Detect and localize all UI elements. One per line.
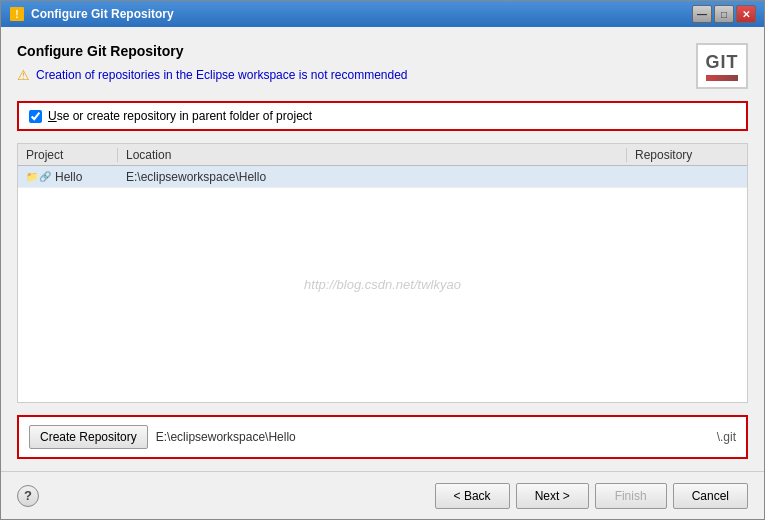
- use-parent-folder-checkbox[interactable]: [29, 110, 42, 123]
- title-bar: ! Configure Git Repository — □ ✕: [1, 1, 764, 27]
- close-button[interactable]: ✕: [736, 5, 756, 23]
- create-repository-section: Create Repository E:\eclipseworkspace\He…: [17, 415, 748, 459]
- col-project: Project: [18, 148, 118, 162]
- warning-icon: ⚠: [17, 67, 30, 83]
- link-icon: 🔗: [39, 171, 51, 182]
- project-cell: 📁 🔗 Hello: [18, 170, 118, 184]
- project-icons: 📁 🔗: [26, 171, 51, 182]
- dialog-content: Configure Git Repository ⚠ Creation of r…: [1, 27, 764, 471]
- warning-text: Creation of repositories in the Eclipse …: [36, 68, 408, 82]
- help-button[interactable]: ?: [17, 485, 39, 507]
- next-button[interactable]: Next >: [516, 483, 589, 509]
- main-window: ! Configure Git Repository — □ ✕ Configu…: [0, 0, 765, 520]
- dialog-title: Configure Git Repository: [17, 43, 696, 59]
- header-section: Configure Git Repository ⚠ Creation of r…: [17, 43, 748, 89]
- table-body: http://blog.csdn.net/twlkyao 📁 🔗 Hello E…: [18, 166, 747, 402]
- maximize-button[interactable]: □: [714, 5, 734, 23]
- minimize-button[interactable]: —: [692, 5, 712, 23]
- git-logo-bar: [706, 75, 738, 81]
- finish-button[interactable]: Finish: [595, 483, 667, 509]
- header-left: Configure Git Repository ⚠ Creation of r…: [17, 43, 696, 83]
- dialog-footer: ? < Back Next > Finish Cancel: [1, 471, 764, 519]
- col-repository: Repository: [627, 148, 747, 162]
- git-logo: GIT: [696, 43, 748, 89]
- repository-path: E:\eclipseworkspace\Hello: [156, 430, 709, 444]
- title-bar-buttons: — □ ✕: [692, 5, 756, 23]
- checkbox-section: Use or create repository in parent folde…: [17, 101, 748, 131]
- folder-icon: 📁: [26, 171, 38, 182]
- git-suffix: \.git: [717, 430, 736, 444]
- projects-table: Project Location Repository http://blog.…: [17, 143, 748, 403]
- window-title: Configure Git Repository: [31, 7, 174, 21]
- checkbox-label: Use or create repository in parent folde…: [48, 109, 312, 123]
- watermark: http://blog.csdn.net/twlkyao: [304, 277, 461, 292]
- table-header: Project Location Repository: [18, 144, 747, 166]
- back-button[interactable]: < Back: [435, 483, 510, 509]
- git-logo-text: GIT: [706, 52, 739, 73]
- cancel-button[interactable]: Cancel: [673, 483, 748, 509]
- svg-text:!: !: [15, 9, 18, 20]
- project-name: Hello: [55, 170, 82, 184]
- window-icon: !: [9, 6, 25, 22]
- warning-row: ⚠ Creation of repositories in the Eclips…: [17, 67, 696, 83]
- table-row[interactable]: 📁 🔗 Hello E:\eclipseworkspace\Hello: [18, 166, 747, 188]
- footer-buttons: < Back Next > Finish Cancel: [435, 483, 748, 509]
- col-location: Location: [118, 148, 627, 162]
- location-cell: E:\eclipseworkspace\Hello: [118, 170, 627, 184]
- create-repository-button[interactable]: Create Repository: [29, 425, 148, 449]
